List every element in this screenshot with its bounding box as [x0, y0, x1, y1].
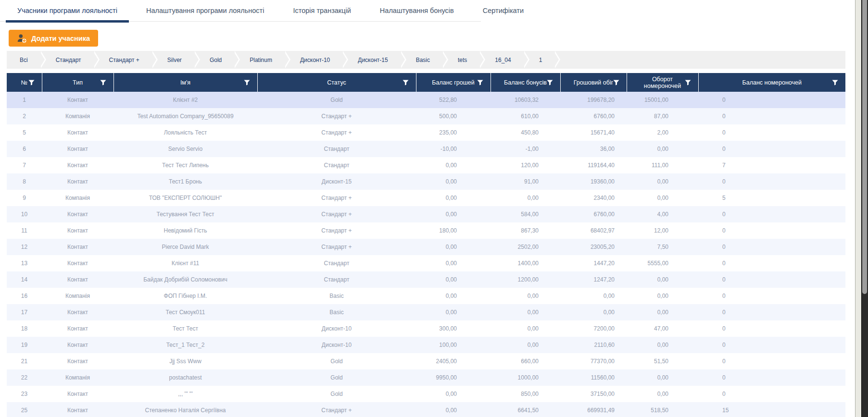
cell: 0,00 [491, 190, 560, 206]
member-row-21[interactable]: 21КонтактJjj Sss WwwGold2405,00660,00773… [7, 353, 845, 369]
cell: 13 [7, 255, 42, 271]
cell: ФОП Гібнер І.М. [113, 288, 257, 304]
member-row-19[interactable]: 19КонтактТест_1 Тест_2Дисконт-10100,000,… [7, 337, 845, 353]
tab-members[interactable]: Учасники програми лояльності [6, 0, 129, 21]
chip-chevron-separator [41, 51, 43, 69]
column-label: Баланс бонусів [504, 79, 547, 86]
column-label: Баланс грошей [432, 79, 474, 86]
column-header-status[interactable]: Статус [257, 73, 416, 92]
column-label: Статус [327, 79, 346, 86]
cell: 0 [698, 108, 845, 124]
member-row-17[interactable]: 17КонтактТест Смоук011Basic0,000,000,000… [7, 304, 845, 320]
filter-funnel-icon[interactable] [613, 80, 619, 86]
member-row-10[interactable]: 10КонтактТестування Тест ТестСтандарт +0… [7, 206, 845, 222]
cell: 15671,40 [560, 124, 627, 141]
member-row-18[interactable]: 18КонтактТест ТестДисконт-10300,000,0072… [7, 320, 845, 337]
status-chip-standard[interactable]: Стандарт [43, 51, 94, 69]
member-row-7[interactable]: 7КонтактТест Тест ЛипеньСтандарт0,00120,… [7, 157, 845, 173]
cell: 5555,00 [627, 255, 698, 271]
cell: 0 [698, 255, 845, 271]
cell: 0,00 [627, 288, 698, 304]
cell: 0,00 [491, 304, 560, 320]
column-header-num[interactable]: № [7, 73, 42, 92]
cell: Клієнт #11 [113, 255, 257, 271]
filter-funnel-icon[interactable] [685, 80, 691, 86]
cell: 10 [7, 206, 42, 222]
cell: 0,00 [416, 386, 491, 402]
member-row-8[interactable]: 8КонтактТест1 БроньДисконт-150,0091,0019… [7, 173, 845, 190]
filter-funnel-icon[interactable] [547, 80, 553, 86]
cell: 0 [698, 141, 845, 157]
filter-funnel-icon[interactable] [244, 80, 250, 86]
filter-funnel-icon[interactable] [28, 80, 35, 86]
cell: Дисконт-15 [257, 173, 416, 190]
member-row-9[interactable]: 9КомпаніяТОВ "ЕКСПЕРТ СОЛЮШН"Стандарт +0… [7, 190, 845, 206]
status-chip-platinum[interactable]: Platinum [237, 51, 285, 69]
column-label: Тип [73, 79, 83, 86]
tab-program-settings[interactable]: Налаштування програми лояльності [135, 0, 276, 21]
member-row-12[interactable]: 12КонтактPierce David MarkСтандарт +0,00… [7, 239, 845, 255]
member-row-11[interactable]: 11КонтактНевідомий ГістьСтандарт +180,00… [7, 222, 845, 239]
member-row-16[interactable]: 16КомпаніяФОП Гібнер І.М.Basic0,000,000,… [7, 288, 845, 304]
cell: Контакт [42, 337, 113, 353]
cell: 5 [698, 190, 845, 206]
column-header-room-nights-balance[interactable]: Баланс номероночей [698, 73, 845, 92]
column-header-money-turnover[interactable]: Грошовий обіг [560, 73, 627, 92]
status-chip-discount-15[interactable]: Дисконт-15 [345, 51, 401, 69]
cell: 37150,00 [560, 386, 627, 402]
window-scrollbar-track[interactable] [861, 0, 868, 417]
tab-bonus-settings[interactable]: Налаштування бонусів [368, 0, 465, 21]
status-chip-discount-10[interactable]: Дисконт-10 [287, 51, 343, 69]
cell: 19 [7, 337, 42, 353]
cell: 2 [7, 108, 42, 124]
status-chip-1[interactable]: 1 [526, 51, 555, 69]
status-chip-basic[interactable]: Basic [403, 51, 443, 69]
member-row-1[interactable]: 1КонтактКлієнт #2Gold522,8010603,3219967… [7, 92, 845, 108]
cell: Стандарт + [257, 206, 416, 222]
cell: Контакт [42, 386, 113, 402]
inner-scrollbar-track[interactable] [855, 0, 861, 417]
cell: Basic [257, 304, 416, 320]
cell: ,,, ''' ''' [113, 386, 257, 402]
filter-funnel-icon[interactable] [477, 80, 483, 86]
member-row-2[interactable]: 2КомпаніяTest Automation Company_9565008… [7, 108, 845, 124]
cell: 518,50 [627, 402, 698, 417]
cell: 51,50 [627, 353, 698, 369]
add-member-label: Додати учасника [31, 35, 90, 42]
chip-chevron-separator [555, 51, 557, 69]
cell: 11 [7, 222, 42, 239]
tab-certificates[interactable]: Сертифікати [471, 0, 535, 21]
cell: 12 [7, 239, 42, 255]
cell: 7 [7, 157, 42, 173]
member-row-14[interactable]: 14КонтактБайдак Добрибій СоломоновичСтан… [7, 271, 845, 288]
tab-transaction-history[interactable]: Історія транзакцій [281, 0, 362, 21]
member-row-22[interactable]: 22КомпаніяpostachatestGold9950,001000,00… [7, 369, 845, 386]
cell: 15001,00 [627, 92, 698, 108]
add-member-button[interactable]: Додати учасника [9, 30, 98, 47]
column-header-room-nights-turnover[interactable]: Оборот номероночей [627, 73, 698, 92]
filter-funnel-icon[interactable] [832, 80, 838, 86]
member-row-13[interactable]: 13КонтактКлієнт #11Стандарт0,001400,0014… [7, 255, 845, 271]
member-row-25[interactable]: 25КонтактСтепаненко Наталія СергіївнаСта… [7, 402, 845, 417]
cell: 1000,00 [491, 369, 560, 386]
status-chip-gold[interactable]: Gold [197, 51, 235, 69]
chip-chevron-separator [524, 51, 526, 69]
column-header-name[interactable]: Ім'я [113, 73, 257, 92]
filter-funnel-icon[interactable] [403, 80, 409, 86]
member-row-23[interactable]: 23Контакт,,, ''' '''Gold0,00850,0037150,… [7, 386, 845, 402]
member-row-5[interactable]: 5КонтактЛояльність ТестСтандарт +235,004… [7, 124, 845, 141]
member-row-6[interactable]: 6КонтактServio ServioСтандарт-10,00-1,00… [7, 141, 845, 157]
cell: 9950,00 [416, 369, 491, 386]
status-chip-all[interactable]: Всі [7, 51, 41, 69]
status-chip-standard-plus[interactable]: Стандарт + [96, 51, 152, 69]
column-header-money-balance[interactable]: Баланс грошей [416, 73, 491, 92]
column-header-type[interactable]: Тип [42, 73, 113, 92]
status-chip-silver[interactable]: Silver [154, 51, 195, 69]
status-chip-16-04[interactable]: 16_04 [482, 51, 524, 69]
cell: Стандарт + [257, 124, 416, 141]
filter-funnel-icon[interactable] [100, 80, 106, 86]
window-scrollbar-thumb[interactable] [862, 0, 867, 294]
chip-chevron-separator [401, 51, 403, 69]
column-header-bonus-balance[interactable]: Баланс бонусів [491, 73, 560, 92]
status-chip-tets[interactable]: tets [445, 51, 480, 69]
